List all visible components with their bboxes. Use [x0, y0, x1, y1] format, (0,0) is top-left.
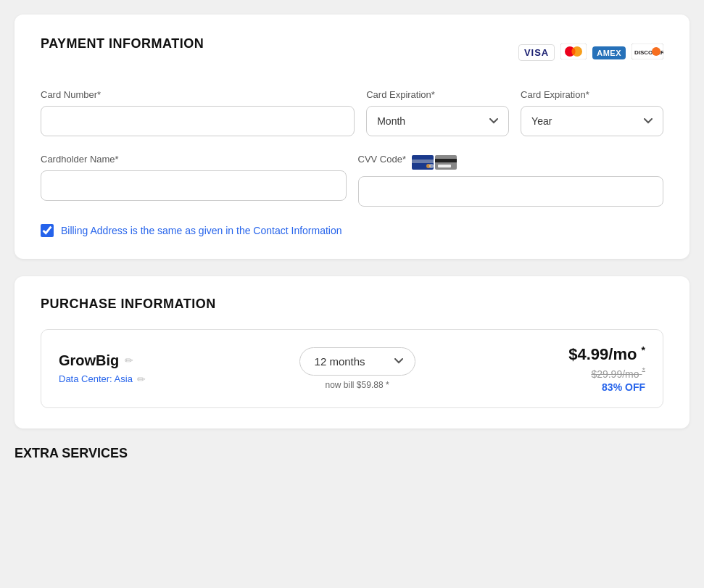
svg-point-9	[429, 164, 434, 168]
cvv-group: CVV Code*	[358, 154, 664, 207]
mastercard-logo	[560, 44, 587, 62]
card-logos: VISA AMEX DISCOVER	[518, 44, 663, 62]
svg-rect-11	[435, 159, 457, 162]
expiry-month-label: Card Expiration*	[366, 89, 509, 100]
expiry-month-select[interactable]: Month 010203 040506 070809 101112	[366, 106, 509, 136]
card-number-row: Card Number* Card Expiration* Month 0102…	[41, 89, 663, 136]
current-price: $4.99/mo *	[568, 344, 645, 364]
data-center-label: Data Center: Asia	[59, 373, 133, 384]
expiry-month-group: Card Expiration* Month 010203 040506 070…	[366, 89, 509, 136]
card-number-label: Card Number*	[41, 89, 355, 100]
cvv-input[interactable]	[358, 176, 664, 207]
card-number-group: Card Number*	[41, 89, 355, 136]
plan-edit-icon[interactable]: ✏	[125, 355, 133, 366]
plan-name-row: GrowBig ✏	[59, 352, 146, 369]
svg-rect-7	[412, 160, 434, 163]
expiry-year-label: Card Expiration*	[521, 89, 663, 100]
cvv-card-back-icon	[435, 155, 457, 170]
data-center: Data Center: Asia ✏	[59, 373, 146, 385]
duration-select[interactable]: 12 months 1 month 24 months 36 months	[299, 347, 415, 376]
billing-label: Billing Address is the same as given in …	[61, 225, 342, 236]
cardholder-row: Cardholder Name* CVV Code*	[41, 154, 663, 207]
discover-logo: DISCOVER	[631, 44, 663, 62]
expiry-year-select[interactable]: Year 202420252026 202720282029 2030	[521, 106, 663, 136]
payment-header: PAYMENT INFORMATION VISA AMEX DISCOVER	[41, 36, 663, 69]
payment-title: PAYMENT INFORMATION	[41, 36, 204, 51]
visa-logo: VISA	[518, 44, 555, 61]
cardholder-input[interactable]	[41, 170, 347, 201]
extra-services-section: EXTRA SERVICES	[15, 446, 689, 468]
discount-badge: 83% OFF	[568, 381, 645, 393]
cvv-card-front-icon	[412, 155, 434, 170]
billing-note: now bill $59.88 *	[326, 380, 389, 390]
original-price: $29.99/mo *	[568, 365, 645, 380]
duration-col: 12 months 1 month 24 months 36 months no…	[299, 347, 415, 390]
plan-info: GrowBig ✏ Data Center: Asia ✏	[59, 352, 146, 385]
amex-logo: AMEX	[592, 46, 626, 59]
plan-price-col: $4.99/mo * $29.99/mo * 83% OFF	[568, 344, 645, 393]
cvv-label: CVV Code*	[358, 154, 406, 165]
svg-point-5	[652, 47, 660, 56]
expiry-year-group: Card Expiration* Year 202420252026 20272…	[521, 89, 663, 136]
billing-checkbox-row: Billing Address is the same as given in …	[41, 224, 663, 237]
cvv-label-row: CVV Code*	[358, 154, 664, 170]
cardholder-group: Cardholder Name*	[41, 154, 347, 207]
purchase-title: PURCHASE INFORMATION	[41, 297, 663, 312]
card-number-input[interactable]	[41, 106, 355, 136]
cvv-card-icons	[412, 155, 457, 170]
payment-card: PAYMENT INFORMATION VISA AMEX DISCOVER	[15, 15, 689, 259]
data-center-edit-icon[interactable]: ✏	[137, 373, 146, 385]
cardholder-label: Cardholder Name*	[41, 154, 347, 165]
plan-row: GrowBig ✏ Data Center: Asia ✏ 12 months …	[41, 329, 663, 408]
purchase-card: PURCHASE INFORMATION GrowBig ✏ Data Cent…	[15, 276, 689, 428]
billing-checkbox[interactable]	[41, 224, 54, 237]
plan-name: GrowBig	[59, 352, 119, 369]
svg-rect-12	[438, 165, 451, 167]
extra-services-title: EXTRA SERVICES	[15, 446, 689, 461]
